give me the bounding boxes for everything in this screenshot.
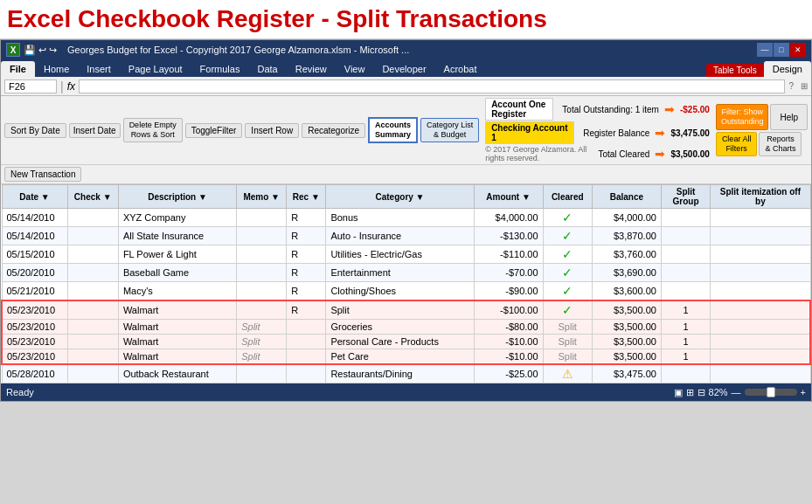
header-check: Check ▼ [67,185,118,209]
spreadsheet: Sort By Date Insert Date Delete EmptyRow… [1,96,811,383]
minimize-button[interactable]: — [757,43,773,57]
recategorize-button[interactable]: Recategorize [302,123,365,138]
close-button[interactable]: ✕ [790,43,806,57]
register-row3: © 2017 George Alzamora. All rights reser… [485,145,710,162]
ribbon-tabs: File Home Insert Page Layout Formulas Da… [1,59,811,77]
header-rec: Rec ▼ [287,185,326,209]
sort-by-date-button[interactable]: Sort By Date [4,123,66,138]
insert-date-button[interactable]: Insert Date [69,123,121,138]
view-normal-icon[interactable]: ▣ [674,387,683,398]
category-list-button[interactable]: Category List& Budget [420,118,479,142]
table-row[interactable]: 05/23/2010WalmartSplitPersonal Care - Pr… [2,335,810,349]
table-container: Date ▼ Check ▼ Description ▼ Memo ▼ Rec … [1,184,811,383]
zoom-slider-handle [767,387,775,397]
header-description: Description ▼ [118,185,236,209]
fx-label: fx [67,80,75,93]
delete-empty-rows-button[interactable]: Delete EmptyRows & Sort [123,118,183,142]
table-row[interactable]: 05/23/2010WalmartSplitPet Care-$10.00Spl… [2,349,810,365]
toggle-filter-button[interactable]: ToggleFilter [185,123,243,138]
name-box[interactable] [4,79,57,93]
tab-view[interactable]: View [336,61,374,77]
cleared-check-icon: ✓ [562,284,573,298]
header-split-itemization: Split itemization offby [711,185,810,209]
toolbar-icon-save[interactable]: 💾 [24,45,36,56]
sheet-toolbar-row1: Sort By Date Insert Date Delete EmptyRow… [1,96,811,165]
view-break-icon[interactable]: ⊟ [697,387,705,398]
right-panel: Filter: Show Outstanding Help Clear All … [716,104,808,155]
cleared-check-icon: ✓ [562,247,573,261]
register-info-area: Account One Register Total Outstanding: … [485,98,710,162]
tab-data[interactable]: Data [248,61,286,77]
filter-show-outstanding-button[interactable]: Filter: Show Outstanding [716,104,769,130]
tab-acrobat[interactable]: Acrobat [435,61,486,77]
formula-bar: | fx ? ⊞ [1,77,811,96]
tab-insert[interactable]: Insert [78,61,120,77]
tab-formulas[interactable]: Formulas [191,61,249,77]
table-row[interactable]: 05/20/2010Baseball GameREntertainment-$7… [2,264,810,282]
status-right: ▣ ⊞ ⊟ 82% — + [674,387,806,398]
checking-account-name: Checking Account 1 [485,121,574,144]
cleared-check-icon: ✓ [562,229,573,243]
clear-all-filters-button[interactable]: Clear All Filters [716,132,758,156]
table-row[interactable]: 05/14/2010XYZ CompanyRBonus$4,000.00✓$4,… [2,209,810,227]
ready-label: Ready [6,387,34,397]
data-table: Date ▼ Check ▼ Description ▼ Memo ▼ Rec … [1,184,811,383]
help-button[interactable]: Help [770,104,808,130]
right-buttons-row2: Clear All Filters Reports & Charts [716,132,808,156]
header-category: Category ▼ [326,185,474,209]
reports-charts-button[interactable]: Reports & Charts [759,132,802,156]
total-outstanding-label: Total Outstanding: 1 item [562,105,659,114]
total-cleared-label: Total Cleared [598,149,649,159]
outstanding-arrow-icon: ➡ [664,102,675,116]
title-bar: X 💾 ↩ ↪ Georges Budget for Excel - Copyr… [1,40,811,59]
cleared-arrow-icon: ➡ [655,147,665,161]
accounts-summary-button[interactable]: AccountsSummary [368,117,418,143]
tab-file[interactable]: File [1,61,35,77]
table-row[interactable]: 05/23/2010WalmartSplitGroceries-$80.00Sp… [2,320,810,335]
new-transaction-row: New Transaction [1,165,811,184]
cleared-warning-icon: ⚠ [562,367,573,381]
copyright-text: © 2017 George Alzamora. All rights reser… [485,145,589,162]
maximize-button[interactable]: □ [774,43,789,57]
help-icon[interactable]: ? [788,81,794,91]
register-balance-value: $3,475.00 [670,128,710,138]
settings-icon[interactable]: ⊞ [801,81,808,91]
balance-arrow-icon: ➡ [655,126,665,140]
total-outstanding-value: -$25.00 [680,105,710,114]
zoom-in-icon[interactable]: + [801,387,806,397]
tab-home[interactable]: Home [35,61,78,77]
formula-bar-separator: | [60,79,64,93]
header-memo: Memo ▼ [237,185,287,209]
header-cleared: Cleared [543,185,592,209]
header-amount: Amount ▼ [474,185,543,209]
tab-design[interactable]: Design [764,61,811,77]
window-controls: — □ ✕ [757,43,806,57]
register-balance-label: Register Balance [583,128,649,138]
insert-row-button[interactable]: Insert Row [245,123,299,138]
cleared-check-icon: ✓ [562,211,573,224]
tab-page-layout[interactable]: Page Layout [120,61,191,77]
tab-review[interactable]: Review [287,61,336,77]
table-row[interactable]: 05/21/2010Macy'sRClothing/Shoes-$90.00✓$… [2,282,810,301]
right-buttons-row: Filter: Show Outstanding Help [716,104,808,130]
excel-icon: X [6,43,20,57]
toolbar-icon-redo[interactable]: ↪ [49,45,57,56]
table-row[interactable]: 05/15/2010FL Power & LightRUtilities - E… [2,245,810,264]
excel-window: X 💾 ↩ ↪ Georges Budget for Excel - Copyr… [0,39,812,402]
zoom-out-icon[interactable]: — [732,387,741,397]
page-title: Excel Checkbook Register - Split Transac… [0,0,812,39]
tab-developer[interactable]: Developer [373,61,434,77]
toolbar-icon-undo[interactable]: ↩ [38,45,46,56]
formula-bar-input[interactable] [79,79,785,93]
zoom-slider[interactable] [745,389,797,396]
title-bar-left: X 💾 ↩ ↪ Georges Budget for Excel - Copyr… [6,43,409,57]
table-row[interactable]: 05/23/2010WalmartRSplit-$100.00✓$3,500.0… [2,300,810,320]
new-transaction-button[interactable]: New Transaction [4,167,81,182]
view-page-icon[interactable]: ⊞ [686,387,694,398]
header-date: Date ▼ [2,185,67,209]
register-name: Account One Register [485,98,553,121]
register-row2: Checking Account 1 Register Balance ➡ $3… [485,121,710,144]
cleared-check-icon: ✓ [562,303,573,317]
table-row[interactable]: 05/14/2010All State InsuranceRAuto - Ins… [2,227,810,245]
table-row[interactable]: 05/28/2010Outback RestaurantRestaurants/… [2,364,810,383]
